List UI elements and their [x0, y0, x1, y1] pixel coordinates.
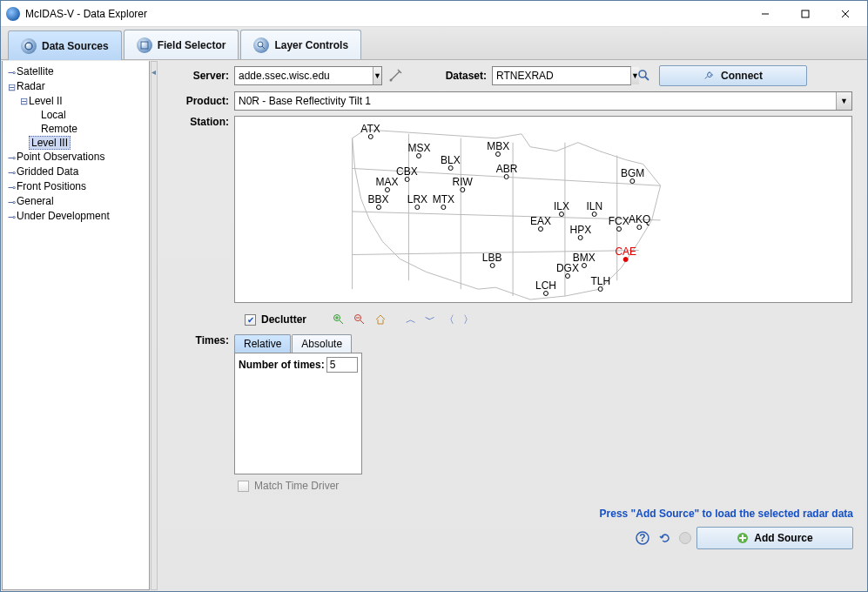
- tab-layer-controls[interactable]: Layer Controls: [240, 30, 361, 59]
- expand-icon[interactable]: ⊸: [6, 165, 17, 179]
- station-fcx[interactable]: FCX: [609, 218, 629, 232]
- station-tlh[interactable]: TLH: [590, 278, 610, 292]
- home-button[interactable]: [373, 312, 388, 327]
- station-hpx[interactable]: HPX: [570, 226, 592, 240]
- station-max[interactable]: MAX: [375, 178, 398, 192]
- station-cae[interactable]: CAE: [615, 248, 636, 262]
- tree-item-local[interactable]: Local: [30, 108, 147, 122]
- tree-label: Gridded Data: [17, 165, 78, 178]
- station-bbx[interactable]: BBX: [368, 196, 389, 210]
- pan-right-button[interactable]: 〉: [461, 313, 475, 326]
- tree-item-under-development[interactable]: ⊸Under Development: [6, 209, 147, 224]
- expand-icon[interactable]: ⊸: [6, 180, 17, 194]
- refresh-button[interactable]: [656, 529, 674, 547]
- tree-item-remote[interactable]: Remote: [30, 122, 147, 136]
- hint-text: Press "Add Source" to load the selected …: [173, 497, 860, 523]
- station-map[interactable]: ATXMSXBLXMBXCBXABRMAXRIWBGMBBXLRXMTXILXI…: [234, 116, 852, 303]
- zoom-out-button[interactable]: [352, 312, 367, 327]
- close-button[interactable]: [825, 2, 865, 26]
- station-lch[interactable]: LCH: [535, 282, 556, 296]
- station-blx[interactable]: BLX: [441, 157, 461, 171]
- declutter-checkbox[interactable]: [245, 314, 256, 326]
- maximize-button[interactable]: [785, 2, 825, 26]
- station-riw[interactable]: RIW: [453, 178, 473, 192]
- svg-line-7: [262, 46, 265, 49]
- tree-label: Level III: [29, 136, 71, 150]
- svg-point-8: [390, 79, 393, 82]
- station-code: MTX: [433, 193, 454, 205]
- tree-label: Under Development: [17, 210, 110, 222]
- station-code: ABR: [496, 163, 518, 175]
- station-dgx[interactable]: DGX: [556, 265, 579, 279]
- times-tab-relative[interactable]: Relative: [234, 334, 291, 353]
- tree-label: Front Positions: [17, 180, 86, 192]
- tab-field-selector[interactable]: Field Selector: [124, 30, 239, 59]
- collapse-icon[interactable]: ⊟: [6, 80, 17, 94]
- pan-left-button[interactable]: 〈: [442, 313, 456, 326]
- titlebar: McIDAS-V - Data Explorer: [1, 1, 867, 27]
- tree-item-gridded-data[interactable]: ⊸Gridded Data: [6, 165, 147, 179]
- station-code: MBX: [487, 140, 509, 152]
- tree-item-point-observations[interactable]: ⊸Point Observations: [6, 150, 147, 165]
- splitter[interactable]: ◂: [151, 61, 158, 590]
- dropdown-arrow-icon[interactable]: ▼: [373, 67, 381, 84]
- expand-icon[interactable]: ⊸: [6, 65, 17, 79]
- station-lrx[interactable]: LRX: [407, 196, 427, 210]
- times-tab-absolute[interactable]: Absolute: [292, 334, 352, 353]
- manage-servers-button[interactable]: [386, 66, 405, 85]
- station-mbx[interactable]: MBX: [487, 143, 509, 157]
- station-cbx[interactable]: CBX: [396, 168, 418, 182]
- station-akq[interactable]: AKQ: [629, 216, 650, 230]
- dropdown-arrow-icon[interactable]: ▼: [836, 92, 851, 110]
- station-code: DGX: [556, 262, 579, 274]
- station-iln[interactable]: ILN: [586, 203, 602, 217]
- tab-data-sources[interactable]: Data Sources: [8, 30, 122, 60]
- tree-item-level3[interactable]: Level III: [18, 136, 147, 150]
- tree-label: Radar: [17, 80, 45, 92]
- station-code: EAX: [530, 215, 551, 227]
- tree-item-level2[interactable]: ⊟Level II Local Remote: [18, 94, 147, 137]
- station-msx[interactable]: MSX: [407, 145, 430, 158]
- collapse-icon[interactable]: ⊟: [18, 94, 29, 108]
- station-atx[interactable]: ATX: [360, 125, 380, 139]
- dataset-combo[interactable]: ▼: [492, 66, 631, 85]
- dataset-input[interactable]: [493, 67, 630, 84]
- station-code: MAX: [375, 176, 398, 188]
- connect-button[interactable]: Connect: [659, 65, 807, 86]
- expand-icon[interactable]: ⊸: [6, 151, 17, 165]
- pan-up-button[interactable]: ︿: [404, 313, 418, 326]
- station-code: ILX: [554, 200, 569, 212]
- station-mtx[interactable]: MTX: [433, 196, 454, 210]
- station-abr[interactable]: ABR: [496, 165, 518, 179]
- help-button[interactable]: ?: [634, 529, 651, 547]
- minimize-button[interactable]: [745, 2, 785, 26]
- tree-item-general[interactable]: ⊸General: [6, 194, 147, 209]
- station-bgm[interactable]: BGM: [621, 170, 644, 184]
- zoom-in-button[interactable]: [331, 312, 347, 327]
- expand-icon[interactable]: ⊸: [6, 210, 17, 224]
- pan-down-button[interactable]: ﹀: [423, 313, 437, 326]
- connect-label: Connect: [721, 70, 763, 82]
- tree-item-satellite[interactable]: ⊸Satellite: [6, 64, 147, 79]
- tree-item-front-positions[interactable]: ⊸Front Positions: [6, 179, 147, 194]
- add-source-button[interactable]: Add Source: [696, 527, 853, 549]
- station-ilx[interactable]: ILX: [554, 203, 569, 217]
- product-combo[interactable]: ▼: [234, 91, 852, 111]
- station-code: ILN: [586, 200, 602, 212]
- station-eax[interactable]: EAX: [530, 218, 551, 232]
- tree-label: Local: [41, 109, 66, 121]
- server-combo[interactable]: ▼: [234, 66, 382, 85]
- server-input[interactable]: [235, 67, 373, 84]
- data-type-tree[interactable]: ⊸Satellite ⊟Radar ⊟Level II Local Remote…: [2, 61, 150, 590]
- us-outline: [235, 117, 851, 302]
- expand-icon[interactable]: ⊸: [6, 195, 17, 209]
- dataset-search-button[interactable]: [635, 66, 654, 85]
- tree-item-radar[interactable]: ⊟Radar ⊟Level II Local Remote Level III: [6, 79, 147, 151]
- number-of-times-input[interactable]: [326, 357, 358, 373]
- station-code: AKQ: [629, 213, 650, 225]
- station-lbb[interactable]: LBB: [482, 254, 502, 268]
- match-time-driver-checkbox[interactable]: [238, 481, 249, 492]
- station-code: FCX: [609, 215, 629, 227]
- layer-controls-icon: [253, 37, 269, 53]
- product-input[interactable]: [235, 92, 836, 110]
